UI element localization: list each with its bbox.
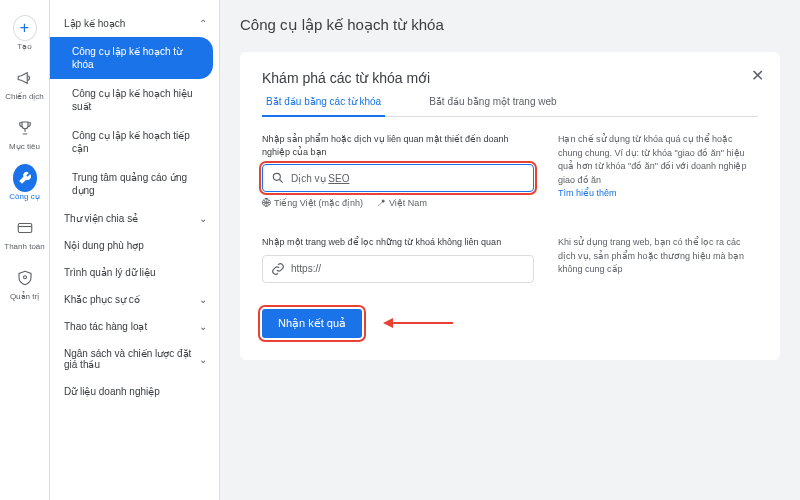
site-help-text: Khi sử dụng trang web, bạn có thể lọc ra… xyxy=(558,236,758,277)
sidebar-item-performance-planner[interactable]: Công cụ lập kế hoạch hiệu suất xyxy=(50,79,219,121)
site-input-placeholder: https:// xyxy=(291,263,525,274)
site-input-label: Nhập một trang web để lọc những từ khoá … xyxy=(262,236,534,249)
rail-label: Công cụ xyxy=(9,192,39,201)
megaphone-icon xyxy=(13,66,37,90)
rail-create[interactable]: + Tạo xyxy=(1,8,49,58)
chevron-down-icon: ⌄ xyxy=(199,321,207,332)
rail-tools[interactable]: Công cụ xyxy=(1,158,49,208)
svg-point-2 xyxy=(273,174,280,181)
card-icon xyxy=(13,216,37,240)
shield-icon xyxy=(13,266,37,290)
location-label: Việt Nam xyxy=(389,198,427,208)
sidebar-group-label: Lập kế hoạch xyxy=(64,18,125,29)
sidebar-item-keyword-planner[interactable]: Công cụ lập kế hoạch từ khóa xyxy=(50,37,213,79)
sidebar-group-troubleshooting[interactable]: Khắc phục sự cố ⌄ xyxy=(50,286,219,313)
sidebar-item-label: Nội dung phù hợp xyxy=(64,240,144,251)
location-selector[interactable]: 📍︎ Việt Nam xyxy=(377,198,427,208)
sidebar-item-data-manager[interactable]: Trình quản lý dữ liệu xyxy=(50,259,219,286)
tab-start-with-keywords[interactable]: Bắt đầu bằng các từ khóa xyxy=(262,96,385,117)
rail-label: Chiến dịch xyxy=(5,92,44,101)
sidebar-group-label: Ngân sách và chiến lược đặt giá thầu xyxy=(64,348,199,370)
sidebar-group-budgets[interactable]: Ngân sách và chiến lược đặt giá thầu ⌄ xyxy=(50,340,219,378)
tab-start-with-website[interactable]: Bắt đầu bằng một trang web xyxy=(425,96,560,116)
sidebar-group-bulk-actions[interactable]: Thao tác hàng loạt ⌄ xyxy=(50,313,219,340)
sidebar-item-label: Dữ liệu doanh nghiệp xyxy=(64,386,160,397)
keyword-input[interactable]: Dịch vụ SEO xyxy=(262,164,534,192)
language-icon: 🌐︎ xyxy=(262,198,271,208)
discover-keywords-card: ✕ Khám phá các từ khóa mới Bắt đầu bằng … xyxy=(240,52,780,360)
main-content: Công cụ lập kế hoạch từ khóa ✕ Khám phá … xyxy=(220,0,800,500)
sidebar-group-label: Khắc phục sự cố xyxy=(64,294,140,305)
sidebar-item-label: Trình quản lý dữ liệu xyxy=(64,267,156,278)
site-input[interactable]: https:// xyxy=(262,255,534,283)
keyword-help-text: Hạn chế sử dụng từ khóa quá cụ thể hoặc … xyxy=(558,133,758,187)
rail-label: Thanh toán xyxy=(4,242,44,251)
rail-admin[interactable]: Quản trị xyxy=(1,258,49,308)
search-icon xyxy=(271,171,285,185)
rail-campaigns[interactable]: Chiến dịch xyxy=(1,58,49,108)
get-results-button[interactable]: Nhận kết quả xyxy=(262,309,362,338)
chevron-down-icon: ⌄ xyxy=(199,213,207,224)
rail-goals[interactable]: Mục tiêu xyxy=(1,108,49,158)
language-label: Tiếng Việt (mặc định) xyxy=(274,198,363,208)
sidebar-item-content-suitability[interactable]: Nội dung phù hợp xyxy=(50,232,219,259)
close-icon[interactable]: ✕ xyxy=(751,66,764,85)
tabs: Bắt đầu bằng các từ khóa Bắt đầu bằng mộ… xyxy=(262,96,758,117)
trophy-icon xyxy=(13,116,37,140)
sidebar-item-reach-planner[interactable]: Công cụ lập kế hoạch tiếp cận xyxy=(50,121,219,163)
sidebar-group-planning[interactable]: Lập kế hoạch ⌃ xyxy=(50,10,219,37)
wrench-icon xyxy=(13,166,37,190)
annotation-arrow xyxy=(383,314,453,332)
rail-label: Quản trị xyxy=(10,292,39,301)
plus-icon: + xyxy=(13,16,37,40)
link-icon xyxy=(271,262,285,276)
sidebar-group-shared-library[interactable]: Thư viện chia sẻ ⌄ xyxy=(50,205,219,232)
svg-point-1 xyxy=(23,275,26,278)
chevron-down-icon: ⌄ xyxy=(199,294,207,305)
sidebar-item-app-ads-hub[interactable]: Trung tâm quảng cáo ứng dụng xyxy=(50,163,219,205)
card-title: Khám phá các từ khóa mới xyxy=(262,70,758,86)
language-selector[interactable]: 🌐︎ Tiếng Việt (mặc định) xyxy=(262,198,363,208)
sidebar-group-label: Thao tác hàng loạt xyxy=(64,321,147,332)
sidebar: Lập kế hoạch ⌃ Công cụ lập kế hoạch từ k… xyxy=(50,0,220,500)
learn-more-link[interactable]: Tìm hiểu thêm xyxy=(558,188,617,198)
svg-rect-0 xyxy=(18,223,32,232)
chevron-down-icon: ⌄ xyxy=(199,354,207,365)
rail-billing[interactable]: Thanh toán xyxy=(1,208,49,258)
keyword-input-label: Nhập sản phẩm hoặc dịch vụ liên quan mật… xyxy=(262,133,534,158)
sidebar-item-business-data[interactable]: Dữ liệu doanh nghiệp xyxy=(50,378,219,405)
rail-label: Mục tiêu xyxy=(9,142,40,151)
keyword-input-placeholder: Dịch vụ SEO xyxy=(291,173,525,184)
page-title: Công cụ lập kế hoạch từ khóa xyxy=(240,16,780,34)
left-rail: + Tạo Chiến dịch Mục tiêu Công cụ Thanh … xyxy=(0,0,50,500)
location-icon: 📍︎ xyxy=(377,198,386,208)
sidebar-group-label: Thư viện chia sẻ xyxy=(64,213,138,224)
chevron-up-icon: ⌃ xyxy=(199,18,207,29)
rail-label: Tạo xyxy=(17,42,31,51)
